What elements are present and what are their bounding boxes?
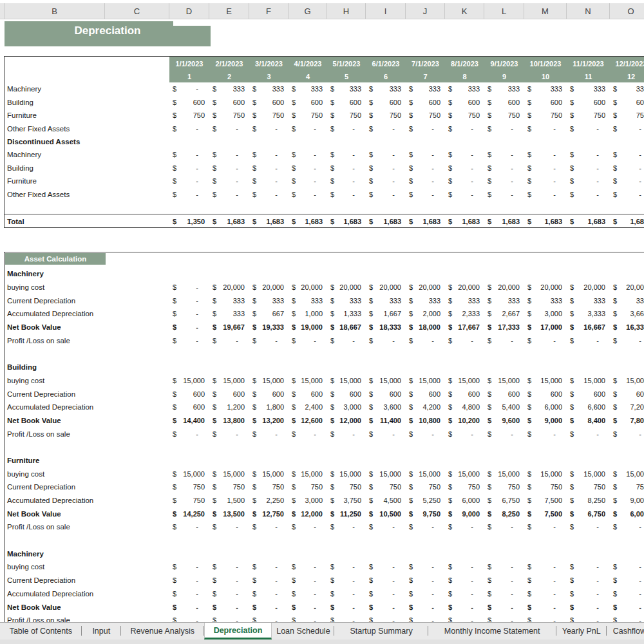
cell[interactable]: $11,250 [327, 507, 366, 520]
cell[interactable]: $600 [249, 387, 289, 401]
cell[interactable]: $- [524, 427, 567, 440]
cell[interactable]: $750 [524, 480, 567, 494]
cell[interactable]: $- [445, 175, 484, 187]
cell[interactable]: $- [366, 122, 406, 135]
cell[interactable]: $- [445, 427, 484, 440]
cell[interactable]: $- [406, 162, 445, 175]
cell[interactable]: $15,000 [406, 467, 445, 480]
row-label[interactable]: Accumulated Depreciation [5, 403, 169, 411]
cell[interactable]: $19,333 [249, 321, 289, 334]
column-header-sliver[interactable] [0, 3, 5, 19]
month-number-cell[interactable]: 12 [610, 70, 644, 82]
cell[interactable]: $600 [610, 95, 644, 108]
row-label[interactable]: Net Book Value [5, 417, 169, 424]
cell[interactable]: $600 [169, 387, 209, 401]
row-label[interactable]: Net Book Value [5, 323, 169, 331]
cell[interactable]: $15,000 [445, 374, 484, 388]
cell[interactable]: $- [249, 122, 289, 135]
cell[interactable]: $15,000 [484, 374, 524, 388]
tab-depreciation[interactable]: Depreciation [204, 623, 272, 639]
cell[interactable]: $15,000 [366, 374, 406, 388]
cell[interactable]: $- [406, 122, 445, 135]
row-label[interactable]: Accumulated Depreciation [5, 497, 169, 504]
cell[interactable]: $3,000 [289, 494, 327, 507]
cell[interactable]: $2,333 [445, 307, 484, 321]
cell[interactable]: $13,200 [249, 414, 289, 428]
cell[interactable]: $750 [209, 480, 249, 494]
cell[interactable]: $9,000 [524, 414, 567, 428]
tab-table-of-contents[interactable]: Table of Contents [0, 623, 82, 639]
cell[interactable]: $- [289, 188, 327, 201]
cell[interactable]: $- [567, 560, 610, 574]
month-date-cell[interactable]: 9/1/2023 [484, 57, 524, 70]
tab-revenue-analysis[interactable]: Revenue Analysis [121, 623, 204, 639]
cell[interactable]: $333 [524, 82, 567, 95]
cell[interactable]: $- [169, 587, 209, 601]
cell[interactable]: $- [610, 162, 644, 175]
column-header-i[interactable]: I [366, 3, 406, 19]
month-date-cell[interactable]: 5/1/2023 [327, 57, 366, 70]
cell[interactable]: $600 [209, 95, 249, 108]
cell[interactable]: $15,000 [484, 467, 524, 480]
cell[interactable]: $- [484, 587, 524, 601]
cell[interactable]: $19,667 [209, 321, 249, 334]
cell[interactable]: $14,250 [169, 507, 209, 520]
column-header-o[interactable]: O [610, 3, 644, 19]
cell[interactable]: $20,000 [610, 281, 644, 294]
cell[interactable]: $10,500 [366, 507, 406, 520]
cell[interactable]: $- [289, 614, 327, 622]
cell[interactable]: $- [209, 175, 249, 187]
cell[interactable]: $333 [366, 82, 406, 95]
cell[interactable]: $20,000 [484, 281, 524, 294]
month-number-cell[interactable]: 10 [524, 70, 567, 82]
cell[interactable]: $7,500 [524, 507, 567, 520]
cell[interactable]: $750 [169, 494, 209, 507]
cell[interactable]: $7,800 [610, 414, 644, 428]
cell[interactable]: $7,500 [524, 494, 567, 507]
cell[interactable]: $16,667 [567, 321, 610, 334]
cell[interactable]: $3,000 [524, 307, 567, 321]
cell[interactable]: $1,200 [209, 401, 249, 414]
cell[interactable]: $600 [484, 95, 524, 108]
cell[interactable]: $- [406, 334, 445, 347]
cell[interactable]: $13,800 [209, 414, 249, 428]
cell[interactable]: $- [484, 520, 524, 534]
row-label[interactable]: Profit /Loss on sale [5, 616, 169, 622]
cell[interactable]: $15,000 [366, 467, 406, 480]
month-date-cell[interactable]: 3/1/2023 [249, 57, 289, 70]
cell[interactable]: $667 [249, 307, 289, 321]
cell[interactable]: $- [209, 600, 249, 614]
cell[interactable]: $750 [289, 480, 327, 494]
cell[interactable]: $15,000 [169, 467, 209, 480]
row-label[interactable]: buying cost [5, 283, 169, 291]
cell[interactable]: $17,667 [445, 321, 484, 334]
cell[interactable]: $- [209, 122, 249, 135]
cell[interactable]: $1,683 [289, 214, 327, 227]
row-label[interactable]: Accumulated Depreciation [5, 590, 169, 598]
cell[interactable]: $- [406, 560, 445, 574]
cell[interactable]: $- [445, 162, 484, 175]
cell[interactable]: $- [289, 520, 327, 534]
cell[interactable]: $18,333 [366, 321, 406, 334]
cell[interactable]: $1,667 [366, 307, 406, 321]
cell[interactable]: $- [567, 175, 610, 187]
tab-loan-schedule[interactable]: Loan Schedule [272, 623, 334, 639]
cell[interactable]: $- [169, 188, 209, 201]
cell[interactable]: $- [169, 162, 209, 175]
cell[interactable]: $2,000 [406, 307, 445, 321]
cell[interactable]: $- [445, 560, 484, 574]
cell[interactable]: $- [567, 148, 610, 161]
cell[interactable]: $- [169, 148, 209, 161]
cell[interactable]: $750 [567, 109, 610, 122]
cell[interactable]: $- [327, 175, 366, 187]
cell[interactable]: $3,600 [366, 401, 406, 414]
cell[interactable]: $- [169, 82, 209, 95]
cell[interactable]: $1,000 [289, 307, 327, 321]
cell[interactable]: $3,333 [567, 307, 610, 321]
cell[interactable]: $4,200 [406, 401, 445, 414]
cell[interactable]: $15,000 [445, 467, 484, 480]
cell[interactable]: $333 [289, 82, 327, 95]
cell[interactable]: $- [366, 334, 406, 347]
cell[interactable]: $600 [327, 95, 366, 108]
cell[interactable]: $- [249, 188, 289, 201]
